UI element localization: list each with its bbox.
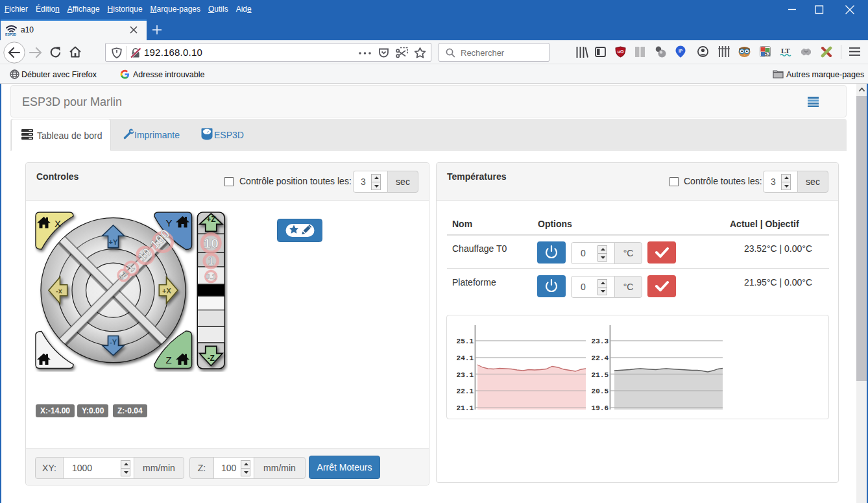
svg-text:22.4: 22.4 xyxy=(592,354,609,362)
svg-text:ESP3D: ESP3D xyxy=(5,32,16,36)
svg-text:S3: S3 xyxy=(765,51,770,57)
svg-text:24.1: 24.1 xyxy=(457,354,474,362)
svg-text:0.1: 0.1 xyxy=(206,273,216,280)
svg-text:X: X xyxy=(54,218,61,229)
svg-text:+Z: +Z xyxy=(206,215,215,224)
svg-text:21.1: 21.1 xyxy=(457,404,474,412)
svg-text:Y: Y xyxy=(166,217,173,228)
svg-text:IP: IP xyxy=(679,49,683,53)
svg-text:19.6: 19.6 xyxy=(592,404,609,412)
svg-text:Z: Z xyxy=(166,354,172,365)
svg-text:23.1: 23.1 xyxy=(457,371,474,379)
svg-text:25.1: 25.1 xyxy=(457,337,474,345)
svg-text:LT: LT xyxy=(781,47,790,55)
svg-text:20.5: 20.5 xyxy=(592,387,609,395)
svg-text:1: 1 xyxy=(208,256,214,267)
svg-text:+X: +X xyxy=(162,287,171,295)
svg-text:-Y: -Y xyxy=(110,338,117,346)
svg-text:10: 10 xyxy=(204,236,219,251)
svg-text:uO: uO xyxy=(618,49,624,54)
svg-text:22.1: 22.1 xyxy=(457,387,474,395)
svg-text:21.5: 21.5 xyxy=(592,371,609,379)
svg-text:+Y: +Y xyxy=(109,238,118,246)
svg-text:23.3: 23.3 xyxy=(592,337,609,345)
svg-text:-Z: -Z xyxy=(208,354,215,363)
svg-text:-x: -x xyxy=(56,287,63,295)
